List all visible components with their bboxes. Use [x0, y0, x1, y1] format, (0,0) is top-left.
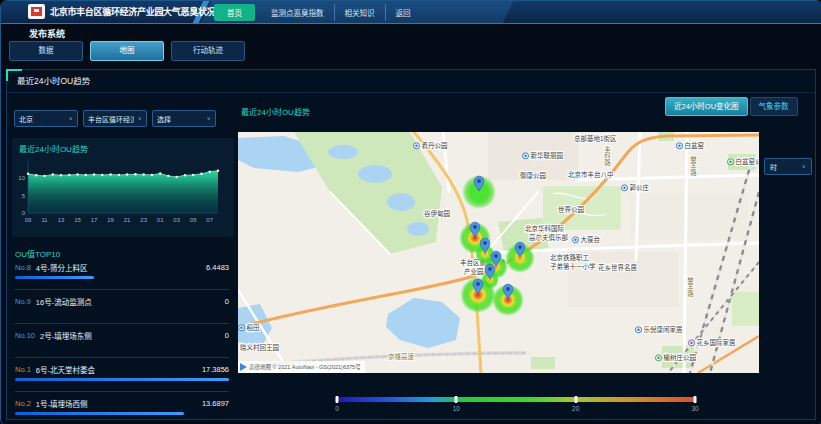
svg-text:05: 05 [190, 217, 197, 223]
svg-text:花乡世界名居: 花乡世界名居 [598, 263, 638, 272]
svg-text:乐倪康闲家居: 乐倪康闲家居 [644, 325, 684, 334]
colorbar-label: 30 [691, 405, 698, 412]
ou-value: 0 [225, 297, 229, 306]
map-label: 子弟第十一小学 [550, 262, 596, 271]
region-select[interactable]: 北京 ∨ [14, 110, 78, 127]
station-name: 1号-填埋场西侧 [36, 398, 202, 409]
station-name: 2号-填埋场东侧 [40, 330, 225, 341]
trend-chart-title: 最近24小时OU趋势 [12, 138, 234, 154]
value-bar [15, 412, 184, 415]
top-list: No.84号-筛分上料区6.4483No.916号-流动监测点0No.102号-… [15, 256, 229, 424]
colorbar-label: 0 [335, 405, 339, 412]
map-label: 樊羊路 [690, 155, 697, 177]
app-title: 北京市丰台区循环经济产业园大气恶臭状况实时 [50, 1, 233, 23]
map-label: 谷伊甸园 [424, 209, 450, 218]
tab-3[interactable]: 行动轨迹 [171, 41, 245, 61]
map-label: 晓义村回王园 [240, 343, 279, 352]
colorbar-label: 10 [453, 405, 460, 412]
svg-text:产业园: 产业园 [464, 267, 484, 276]
heat-map: 看丹公园总部基地1街区新华联丽园御康公园北京市丰台八中世界公园白盆窑白盆窑公园郭… [238, 132, 759, 373]
amap-logo-icon [240, 363, 247, 371]
svg-text:丰科路: 丰科路 [604, 145, 611, 167]
panel-header: 最近24小时OU趋势 [7, 70, 815, 93]
map-label: 花乡世界名居 [598, 263, 638, 272]
rank-label: No.2 [15, 399, 31, 408]
svg-text:榆树庄公园: 榆树庄公园 [664, 353, 697, 362]
nav-item-2[interactable]: 监测点恶臭指数 [261, 4, 334, 21]
svg-text:大葆台: 大葆台 [581, 235, 601, 244]
app-window: 北京市丰台区循环经济产业园大气恶臭状况实时 首页监测点恶臭指数相关知识返回 发布… [0, 0, 821, 424]
colorbar-label: 20 [572, 405, 579, 412]
svg-text:稻田: 稻田 [247, 323, 260, 332]
svg-text:晓义村回王园: 晓义村回王园 [240, 343, 279, 352]
svg-text:5: 5 [22, 193, 26, 199]
svg-text:北京铁路职工: 北京铁路职工 [550, 253, 590, 262]
chevron-down-icon: ∨ [207, 116, 211, 122]
map-label: 产业园 [464, 267, 484, 276]
ou-value: 13.6897 [202, 399, 229, 408]
nav-item-3[interactable]: 相关知识 [334, 4, 385, 21]
park-select[interactable]: 丰台区循环经济产 ∨ [83, 110, 147, 127]
station-select[interactable]: 选择 ∨ [152, 110, 216, 127]
colorbar-tick [574, 396, 577, 403]
colorbar-gradient [337, 397, 695, 402]
map-button-2[interactable]: 气象参数 [750, 97, 798, 116]
tab-2[interactable]: 地图 [90, 41, 164, 61]
map-attribution: 高德地图 © 2021 AutoNavi - GS(2021)6375号 [238, 361, 365, 373]
top-list-item[interactable]: No.102号-填埋场东侧0 [15, 329, 229, 358]
top-list-item[interactable]: No.21号-填埋场西侧13.6897 [15, 397, 229, 424]
svg-text:北京华科国际: 北京华科国际 [525, 224, 565, 233]
map-poi: 花乡国际家居 [689, 338, 737, 347]
station-select-value: 选择 [157, 114, 171, 124]
station-name: 4号-筛分上料区 [36, 262, 206, 273]
map-canvas[interactable]: 看丹公园总部基地1街区新华联丽园御康公园北京市丰台八中世界公园白盆窑白盆窑公园郭… [238, 132, 759, 373]
map-label: 总部基地1街区 [574, 134, 617, 143]
filter-bar: 北京 ∨ 丰台区循环经济产 ∨ 选择 ∨ [14, 110, 216, 127]
ou-value: 0 [225, 331, 229, 340]
colorbar-tick [336, 396, 339, 403]
period-select[interactable]: 时 ∨ [764, 158, 812, 175]
main-nav: 首页监测点恶臭指数相关知识返回 [214, 1, 421, 23]
top-list-item[interactable]: No.84号-筛分上料区6.4483 [15, 261, 229, 290]
tab-1[interactable]: 数据 [9, 41, 83, 61]
map-section-title: 最近24小时OU趋势 [241, 106, 310, 117]
svg-text:03: 03 [173, 217, 180, 223]
trend-chart: 0510091113151719212301030507 [12, 155, 226, 229]
chevron-down-icon: ∨ [138, 116, 142, 122]
rank-label: No.1 [15, 365, 31, 374]
svg-text:子弟第十一小学: 子弟第十一小学 [550, 262, 596, 271]
value-bar [15, 276, 94, 279]
svg-text:新华联丽园: 新华联丽园 [531, 151, 564, 160]
panel-title: 最近24小时OU趋势 [17, 76, 90, 86]
period-select-value: 时 [770, 162, 777, 172]
map-label: 京雄高速 [388, 352, 415, 361]
map-label: 北京市丰台八中 [568, 170, 614, 179]
heat-colorbar: 0102030 [337, 397, 695, 415]
svg-text:11: 11 [41, 217, 48, 223]
chevron-down-icon: ∨ [69, 116, 73, 122]
map-button-1[interactable]: 近24小时OU变化图 [665, 97, 748, 116]
rank-label: No.8 [15, 263, 31, 272]
svg-text:09: 09 [25, 217, 32, 223]
svg-text:御康公园: 御康公园 [520, 171, 546, 180]
map-attribution-text: 高德地图 © 2021 AutoNavi - GS(2021)6375号 [249, 363, 361, 371]
trend-chart-card: 最近24小时OU趋势 0510091113151719212301030507 [12, 138, 234, 237]
svg-text:23: 23 [140, 217, 147, 223]
chevron-down-icon: ∨ [802, 164, 806, 170]
svg-text:19: 19 [107, 217, 114, 223]
map-poi: 稻田 [239, 323, 260, 332]
nav-item-4[interactable]: 返回 [385, 4, 421, 21]
rank-label: No.9 [15, 297, 31, 306]
nav-item-1[interactable]: 首页 [214, 4, 255, 21]
station-name: 6号-北天堂村委会 [36, 364, 202, 375]
main-panel: 最近24小时OU趋势 北京 ∨ 丰台区循环经济产 ∨ 选择 ∨ 最近24小时OU… [6, 69, 816, 420]
map-poi: 乐倪康闲家居 [636, 325, 684, 334]
rank-label: No.10 [15, 331, 35, 340]
top-list-item[interactable]: No.16号-北天堂村委会17.3856 [15, 363, 229, 392]
colorbar-tick [455, 396, 458, 403]
ou-value: 17.3856 [202, 365, 229, 374]
station-name: 16号-流动监测点 [36, 296, 225, 307]
header-bar: 北京市丰台区循环经济产业园大气恶臭状况实时 首页监测点恶臭指数相关知识返回 [1, 1, 821, 24]
top-list-item[interactable]: No.916号-流动监测点0 [15, 295, 229, 324]
app-logo-icon [28, 4, 45, 19]
